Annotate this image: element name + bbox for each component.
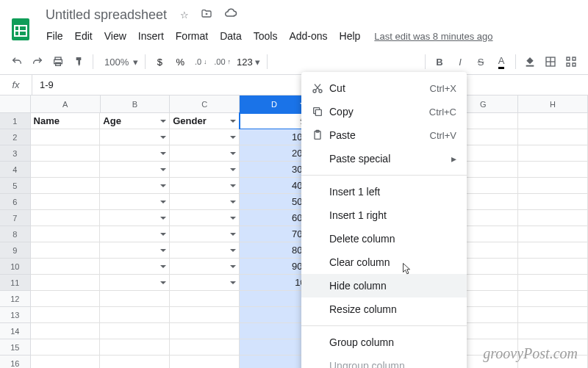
cell[interactable]: [518, 242, 588, 259]
cell[interactable]: [518, 307, 588, 323]
cell[interactable]: 50-: [240, 194, 309, 210]
cell[interactable]: [100, 162, 170, 178]
cell[interactable]: [170, 356, 240, 368]
increase-decimal-button[interactable]: .00 ↑: [212, 52, 233, 71]
row-header[interactable]: 4: [0, 162, 31, 178]
cell[interactable]: 40-: [240, 178, 309, 194]
cell[interactable]: [170, 162, 240, 178]
cell[interactable]: Gender: [170, 113, 240, 129]
cell[interactable]: [240, 323, 309, 339]
context-menu-item[interactable]: Group column: [301, 331, 467, 354]
row-header[interactable]: 10: [0, 259, 31, 275]
cell[interactable]: [240, 291, 309, 307]
cell[interactable]: [170, 210, 240, 226]
cell[interactable]: 80-: [240, 242, 309, 259]
row-header[interactable]: 13: [0, 307, 31, 323]
context-menu-item[interactable]: CopyCtrl+C: [301, 100, 467, 123]
cell[interactable]: 10: [240, 275, 309, 291]
cell[interactable]: [31, 145, 101, 162]
cell[interactable]: [31, 178, 101, 194]
document-title[interactable]: Untitled spreadsheet: [41, 6, 171, 24]
cell[interactable]: Age: [100, 113, 170, 129]
cell[interactable]: [31, 242, 101, 259]
row-header[interactable]: 11: [0, 275, 31, 291]
cell[interactable]: [170, 275, 240, 291]
decrease-decimal-button[interactable]: .0 ↓: [191, 52, 210, 71]
cell[interactable]: [100, 145, 170, 162]
cell[interactable]: [31, 162, 101, 178]
cell[interactable]: [170, 307, 240, 323]
menu-file[interactable]: File: [41, 27, 68, 45]
menu-view[interactable]: View: [99, 27, 132, 45]
row-header[interactable]: 9: [0, 242, 31, 259]
redo-button[interactable]: [28, 52, 47, 71]
cell[interactable]: [240, 356, 309, 368]
row-header[interactable]: 1: [0, 113, 31, 129]
cell[interactable]: [170, 242, 240, 259]
currency-button[interactable]: $: [150, 52, 169, 71]
cell[interactable]: 30-: [240, 162, 309, 178]
print-button[interactable]: [49, 52, 68, 71]
cell[interactable]: [518, 210, 588, 226]
more-formats-button[interactable]: 123 ▾: [234, 52, 262, 71]
bold-button[interactable]: B: [430, 52, 449, 71]
cell[interactable]: [518, 323, 588, 339]
cell[interactable]: 60-: [240, 210, 309, 226]
cell[interactable]: [31, 323, 101, 339]
cell[interactable]: [170, 323, 240, 339]
cell[interactable]: [31, 275, 101, 291]
fill-color-button[interactable]: [520, 52, 539, 71]
cell[interactable]: [170, 259, 240, 275]
row-header[interactable]: 15: [0, 339, 31, 356]
cell[interactable]: [170, 291, 240, 307]
cell[interactable]: [518, 178, 588, 194]
menu-insert[interactable]: Insert: [133, 27, 169, 45]
strikethrough-button[interactable]: S: [471, 52, 490, 71]
cell[interactable]: [100, 307, 170, 323]
cell[interactable]: [31, 226, 101, 242]
cell[interactable]: 20-: [240, 145, 309, 162]
cell[interactable]: [100, 194, 170, 210]
paint-format-button[interactable]: [69, 52, 88, 71]
cell[interactable]: [170, 194, 240, 210]
context-menu-item[interactable]: Clear column: [301, 250, 467, 274]
cell[interactable]: [518, 291, 588, 307]
row-header[interactable]: 16: [0, 356, 31, 368]
context-menu-item[interactable]: Insert 1 right: [301, 203, 467, 227]
cell[interactable]: Name: [31, 113, 101, 129]
cell[interactable]: 70-: [240, 226, 309, 242]
borders-button[interactable]: [541, 52, 560, 71]
cell[interactable]: [518, 129, 588, 145]
cell[interactable]: [518, 145, 588, 162]
row-header[interactable]: 12: [0, 291, 31, 307]
row-header[interactable]: 8: [0, 226, 31, 242]
cell[interactable]: [100, 339, 170, 356]
row-header[interactable]: 3: [0, 145, 31, 162]
cell[interactable]: [100, 226, 170, 242]
cell[interactable]: 10-: [240, 129, 309, 145]
cell[interactable]: [240, 339, 309, 356]
column-header[interactable]: B: [101, 95, 171, 113]
font-color-button[interactable]: A: [492, 52, 511, 71]
row-header[interactable]: 2: [0, 129, 31, 145]
cell[interactable]: [170, 178, 240, 194]
context-menu-item[interactable]: Delete column: [301, 227, 467, 250]
cell[interactable]: [31, 339, 101, 356]
cell[interactable]: [31, 356, 101, 368]
cell[interactable]: [100, 129, 170, 145]
cell[interactable]: [100, 275, 170, 291]
column-header[interactable]: A: [31, 95, 101, 113]
sheets-logo-icon[interactable]: [7, 15, 34, 42]
row-header[interactable]: 5: [0, 178, 31, 194]
cell[interactable]: [100, 323, 170, 339]
merge-cells-button[interactable]: [562, 52, 581, 71]
context-menu-item[interactable]: Hide column: [301, 274, 467, 297]
undo-button[interactable]: [7, 52, 26, 71]
cell[interactable]: [518, 113, 588, 129]
cell[interactable]: [31, 210, 101, 226]
move-to-folder-icon[interactable]: [198, 5, 215, 25]
context-menu-item[interactable]: CutCtrl+X: [301, 76, 467, 100]
cell[interactable]: [518, 162, 588, 178]
context-menu-item[interactable]: Resize column: [301, 297, 467, 321]
cell[interactable]: [240, 307, 309, 323]
